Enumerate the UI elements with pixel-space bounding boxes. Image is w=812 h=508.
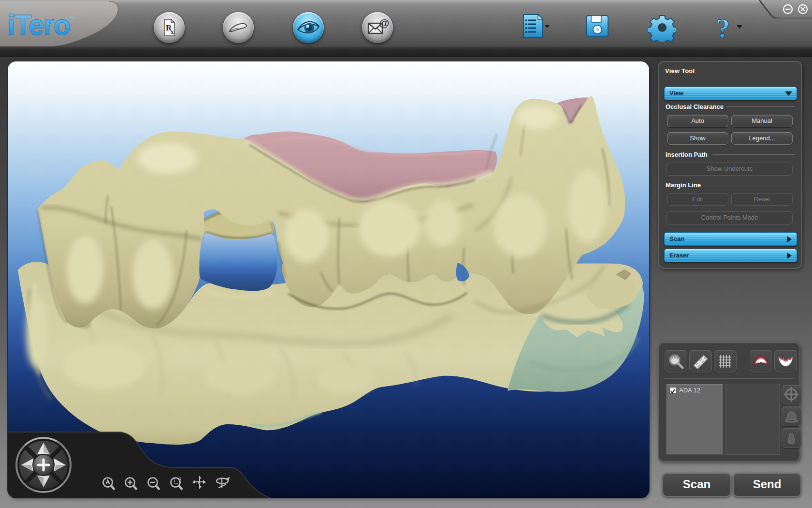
svg-text:?: ? bbox=[716, 14, 730, 44]
svg-text:@: @ bbox=[379, 17, 389, 29]
svg-text:iTero: iTero bbox=[7, 9, 70, 41]
svg-text:™: ™ bbox=[69, 15, 75, 22]
svg-text:x: x bbox=[171, 28, 174, 35]
